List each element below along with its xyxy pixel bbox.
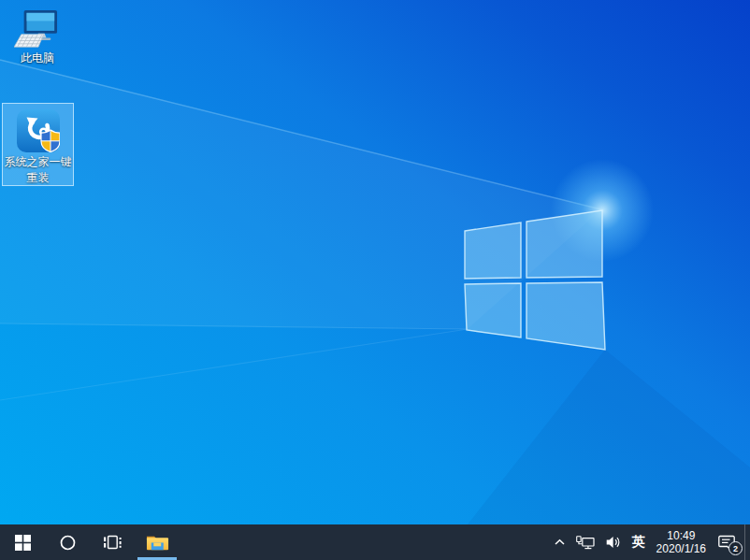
network-icon xyxy=(576,536,595,550)
start-button[interactable] xyxy=(0,524,45,560)
reinstall-app-icon xyxy=(17,109,60,152)
search-circle-icon xyxy=(60,535,76,551)
network-tray-button[interactable] xyxy=(570,524,600,560)
desktop: 此电脑 xyxy=(0,0,750,560)
speaker-icon xyxy=(606,536,622,549)
clock-time: 10:49 xyxy=(667,529,695,542)
input-language-label: 英 xyxy=(632,534,645,551)
clock[interactable]: 10:49 2020/1/16 xyxy=(650,524,713,560)
desktop-icon-label-line2: 重装 xyxy=(27,171,50,184)
clock-date: 2020/1/16 xyxy=(656,542,706,555)
show-desktop-button[interactable] xyxy=(744,524,750,560)
notification-badge: 2 xyxy=(728,541,743,555)
folder-icon xyxy=(146,533,169,552)
wallpaper xyxy=(0,0,750,560)
hidden-icons-button[interactable] xyxy=(549,524,570,560)
search-button[interactable] xyxy=(45,524,90,560)
desktop-icon-syshome-reinstall[interactable]: 系统之家一键 重装 xyxy=(2,103,74,186)
task-view-icon xyxy=(104,535,122,550)
action-center-button[interactable]: 2 xyxy=(713,524,744,560)
file-explorer-button[interactable] xyxy=(135,524,180,560)
desktop-icon-label-line1: 系统之家一键 xyxy=(5,155,72,168)
chevron-up-icon xyxy=(555,538,565,546)
system-tray: 英 10:49 2020/1/16 2 xyxy=(549,524,750,560)
volume-tray-button[interactable] xyxy=(600,524,627,560)
desktop-icon-this-pc[interactable]: 此电脑 xyxy=(5,7,70,65)
taskbar: 英 10:49 2020/1/16 2 xyxy=(0,524,750,560)
computer-icon xyxy=(14,9,61,50)
input-language-indicator[interactable]: 英 xyxy=(627,524,650,560)
task-view-button[interactable] xyxy=(90,524,135,560)
desktop-icon-label: 此电脑 xyxy=(21,51,54,65)
windows-start-icon xyxy=(15,535,31,551)
